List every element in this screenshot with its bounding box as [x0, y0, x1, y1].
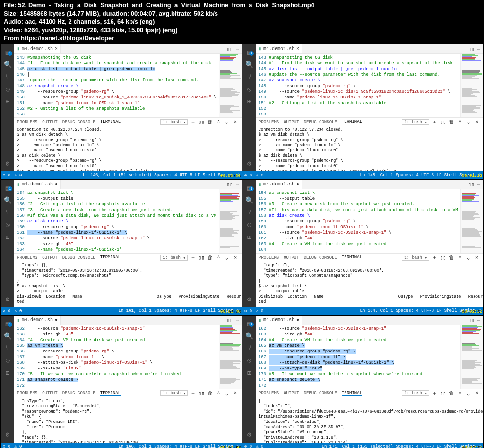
output-tab[interactable]: OUTPUT — [284, 255, 299, 260]
split-terminal-icon[interactable]: ▯▯ — [198, 255, 205, 261]
source-control-icon[interactable]: ⑂ — [3, 208, 12, 217]
settings-gear-icon[interactable]: ⚙ — [245, 430, 253, 439]
status-feedback-icon[interactable]: ☺ — [479, 308, 481, 313]
code-content[interactable]: #Snapshotting the OS disk#1 - Find the d… — [269, 54, 460, 118]
debug-icon[interactable]: ⦸ — [3, 356, 12, 365]
chevron-down-icon[interactable]: ⌄ — [224, 119, 230, 125]
extensions-icon[interactable]: ⊞ — [3, 233, 12, 241]
debug-console-tab[interactable]: DEBUG CONSOLE — [304, 391, 337, 395]
terminal-output[interactable]: Connection to 40.122.37.234 closed. $ az… — [14, 126, 242, 171]
kill-terminal-icon[interactable]: 🗑 — [448, 119, 455, 125]
split-terminal-icon[interactable]: ▯▯ — [440, 119, 446, 125]
terminal-output[interactable]: "tags": {}, "timeCreated": "2018-09-03T1… — [14, 262, 242, 307]
new-terminal-icon[interactable]: ＋ — [190, 390, 196, 397]
status-warnings[interactable]: ⚠ 0 — [256, 173, 263, 178]
status-cursor[interactable]: Ln 161, Col 1 Spaces: 4 UTF-8 LF Shell S… — [119, 308, 233, 313]
terminal-selector[interactable]: 1: bash — [160, 119, 188, 125]
minimap[interactable] — [460, 189, 483, 253]
split-editor-icon[interactable]: ▯▯ — [468, 46, 474, 52]
new-terminal-icon[interactable]: ＋ — [431, 254, 438, 261]
output-tab[interactable]: OUTPUT — [284, 391, 299, 395]
debug-icon[interactable]: ⦸ — [245, 356, 253, 365]
tab-close-icon[interactable]: ● — [296, 182, 299, 187]
explorer-icon[interactable]: ▤1 — [245, 48, 253, 57]
file-tab[interactable]: ▮ m4.demo1.sh ● — [14, 180, 61, 189]
search-icon[interactable]: 🔍 — [3, 332, 12, 340]
terminal-selector[interactable]: 1: bash — [402, 390, 429, 396]
problems-tab[interactable]: PROBLEMS — [17, 391, 37, 395]
tab-close-icon[interactable]: ● — [296, 317, 299, 323]
source-control-icon[interactable]: ⑂ — [245, 73, 253, 81]
settings-gear-icon[interactable]: ⚙ — [245, 159, 253, 167]
terminal-tab[interactable]: TERMINAL — [342, 255, 362, 260]
split-terminal-icon[interactable]: ▯▯ — [440, 255, 446, 261]
status-warnings[interactable]: ⚠ 0 — [256, 444, 263, 448]
new-terminal-icon[interactable]: ＋ — [190, 118, 196, 125]
file-tab[interactable]: ▮ m4.demo1.sh ● — [14, 316, 61, 325]
status-warnings[interactable]: ⚠ 0 — [14, 173, 22, 178]
terminal-tab[interactable]: TERMINAL — [342, 119, 362, 124]
code-editor[interactable]: 162163164165166167168169170171172173 --s… — [256, 325, 483, 389]
terminal-selector[interactable]: 1: bash — [402, 119, 429, 125]
debug-console-tab[interactable]: DEBUG CONSOLE — [304, 255, 337, 260]
terminal-tab[interactable]: TERMINAL — [342, 391, 362, 396]
source-control-icon[interactable]: ⑂ — [245, 208, 253, 217]
maximize-panel-icon[interactable]: ＾ — [215, 118, 222, 125]
status-errors[interactable]: ⊘ 0 — [244, 173, 252, 178]
status-warnings[interactable]: ⚠ 0 — [14, 444, 22, 448]
split-terminal-icon[interactable]: ▯▯ — [440, 390, 446, 396]
explorer-icon[interactable]: ▤1 — [245, 319, 253, 328]
status-cursor[interactable]: Ln 166, Col 1 Spaces: 4 UTF-8 LF Shell S… — [119, 444, 233, 448]
source-control-icon[interactable]: ⑂ — [245, 344, 253, 352]
file-tab[interactable]: ▮ m4.demo1.sh × — [256, 44, 302, 53]
status-errors[interactable]: ⊘ 0 — [3, 308, 10, 314]
status-warnings[interactable]: ⚠ 0 — [256, 308, 263, 314]
source-control-icon[interactable]: ⑂ — [3, 344, 12, 352]
file-tab[interactable]: ▮ m4.demo1.sh × — [14, 44, 61, 53]
status-cursor[interactable]: Ln 146, Col 1 (51 selected) Spaces: 4 UT… — [83, 173, 233, 177]
debug-icon[interactable]: ⦸ — [3, 85, 12, 94]
tab-close-icon[interactable]: ● — [55, 317, 58, 323]
status-cursor[interactable]: Ln 164, Col 1 Spaces: 4 UTF-8 LF Shell S… — [360, 308, 475, 313]
status-feedback-icon[interactable]: ☺ — [237, 173, 240, 177]
output-tab[interactable]: OUTPUT — [284, 120, 299, 124]
explorer-icon[interactable]: ▤1 — [3, 48, 12, 57]
terminal-output[interactable]: Connection to 40.122.37.234 closed. $ az… — [256, 126, 483, 171]
split-editor-icon[interactable]: ▯▯ — [226, 317, 233, 323]
kill-terminal-icon[interactable]: 🗑 — [207, 119, 213, 125]
maximize-panel-icon[interactable]: ＾ — [457, 254, 463, 261]
tab-close-icon[interactable]: ● — [55, 182, 58, 187]
more-actions-icon[interactable]: ⋯ — [235, 46, 239, 52]
new-terminal-icon[interactable]: ＋ — [190, 254, 196, 261]
tab-close-icon[interactable]: × — [55, 46, 58, 52]
terminal-output[interactable]: "tags": {}, "timeCreated": "2018-09-03T1… — [256, 262, 483, 307]
kill-terminal-icon[interactable]: 🗑 — [207, 255, 213, 261]
settings-gear-icon[interactable]: ⚙ — [3, 295, 12, 303]
settings-gear-icon[interactable]: ⚙ — [245, 295, 253, 303]
chevron-down-icon[interactable]: ⌄ — [465, 390, 472, 396]
code-content[interactable]: --source "psdemo-linux-1c-OSDisk-1-snap-… — [27, 325, 219, 389]
status-errors[interactable]: ⊘ 0 — [3, 173, 10, 178]
code-content[interactable]: --source "psdemo-linux-1c-OSDisk-1-snap-… — [269, 325, 460, 389]
more-actions-icon[interactable]: ⋯ — [235, 181, 239, 187]
terminal-tab[interactable]: TERMINAL — [100, 255, 121, 260]
chevron-down-icon[interactable]: ⌄ — [465, 119, 472, 125]
code-editor[interactable]: 154155156157158159160161162163164165 az … — [14, 189, 242, 253]
problems-tab[interactable]: PROBLEMS — [259, 391, 279, 395]
code-editor[interactable]: 162163164165166167168169170171172173 --s… — [14, 325, 242, 389]
more-actions-icon[interactable]: ⋯ — [477, 181, 480, 187]
search-icon[interactable]: 🔍 — [245, 196, 253, 204]
debug-console-tab[interactable]: DEBUG CONSOLE — [62, 255, 95, 260]
debug-icon[interactable]: ⦸ — [3, 220, 12, 229]
explorer-icon[interactable]: ▤1 — [3, 184, 12, 192]
close-panel-icon[interactable]: × — [474, 119, 480, 125]
minimap[interactable] — [219, 325, 242, 389]
minimap[interactable] — [460, 54, 483, 118]
extensions-icon[interactable]: ⊞ — [3, 369, 12, 377]
status-errors[interactable]: ⊘ 0 — [3, 444, 10, 448]
more-actions-icon[interactable]: ⋯ — [477, 46, 480, 52]
maximize-panel-icon[interactable]: ＾ — [215, 254, 222, 261]
problems-tab[interactable]: PROBLEMS — [17, 255, 37, 260]
maximize-panel-icon[interactable]: ＾ — [457, 118, 463, 125]
code-content[interactable]: az snapshot list \ --output table#2 - Ge… — [27, 189, 219, 253]
